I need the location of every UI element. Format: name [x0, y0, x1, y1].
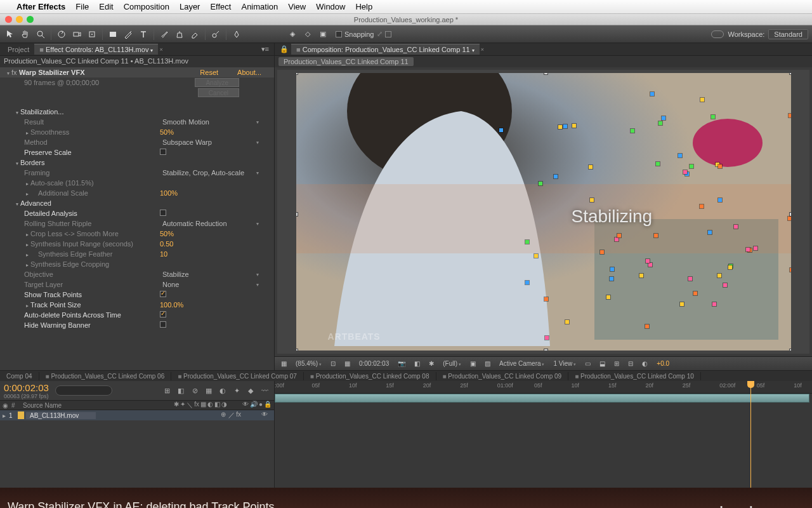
current-time-indicator[interactable] — [750, 381, 751, 488]
track-point[interactable] — [572, 124, 576, 128]
cancel-button[interactable]: Cancel — [198, 88, 239, 97]
track-point[interactable] — [563, 124, 567, 128]
timeline-layer-row[interactable]: ▸ 1 AB_CL113H.mov ⊕／fx 👁 — [0, 410, 274, 420]
puppet-pin-tool-icon[interactable] — [230, 28, 243, 41]
track-point[interactable] — [499, 128, 503, 132]
menu-edit[interactable]: Edit — [99, 2, 113, 11]
reset-exposure-icon[interactable]: ◐ — [639, 360, 650, 367]
transform-handle[interactable] — [296, 73, 298, 75]
selection-tool-icon[interactable] — [4, 28, 16, 41]
target-layer-dropdown[interactable]: None — [160, 281, 261, 288]
grid-icon[interactable]: ▨ — [482, 360, 493, 367]
channel-icon[interactable]: ◧ — [412, 360, 422, 367]
resolution-dropdown[interactable]: (Full) — [440, 360, 464, 367]
track-point[interactable] — [648, 263, 652, 267]
track-point[interactable] — [554, 175, 558, 178]
auto-delete-checkbox[interactable] — [160, 311, 166, 318]
track-point[interactable] — [708, 231, 712, 234]
frame-blend-icon[interactable]: ▦ — [203, 385, 214, 396]
pen-tool-icon[interactable] — [122, 28, 134, 41]
snapping-toggle[interactable]: Snapping ⤢ — [332, 30, 395, 38]
video-frame[interactable]: Stabilizing ARTBEATS — [296, 73, 791, 351]
track-point[interactable] — [565, 320, 569, 324]
track-point[interactable] — [610, 277, 613, 281]
track-point[interactable] — [645, 324, 649, 328]
local-axis-icon[interactable]: ◈ — [286, 28, 299, 41]
source-name-header[interactable]: Source Name — [20, 402, 157, 409]
timeline-tab[interactable]: ■ Production_Values_CC Linked Comp 09 — [436, 372, 569, 380]
layer-search-input[interactable] — [55, 385, 112, 396]
track-point[interactable] — [693, 291, 697, 295]
track-point[interactable] — [723, 283, 727, 287]
camera-tool-icon[interactable] — [70, 28, 83, 41]
track-point[interactable] — [525, 281, 529, 284]
comp-tab-close-icon[interactable]: × — [481, 46, 484, 53]
track-point[interactable] — [678, 154, 682, 157]
toggle-transparency-icon[interactable]: ▦ — [342, 360, 353, 367]
timeline-track-area[interactable]: :00f05f10f15f20f25f01:00f05f10f15f20f25f… — [275, 381, 812, 488]
additional-scale-value[interactable]: 100% — [160, 189, 274, 197]
effect-name[interactable]: Warp Stabilizer VFX — [19, 69, 85, 76]
timeline-tab[interactable]: ■ Production_Values_CC Linked Comp 06 — [39, 372, 172, 380]
track-point[interactable] — [718, 164, 722, 168]
resolution-icon[interactable]: ⊡ — [328, 360, 338, 367]
layer-color-swatch[interactable] — [18, 411, 24, 419]
reset-button[interactable]: Reset — [200, 69, 218, 76]
timeline-tab[interactable]: ■ Production_Values_CC Linked Comp 08 — [304, 372, 436, 380]
lock-icon[interactable]: 🔒 — [277, 45, 291, 53]
track-point[interactable] — [646, 259, 650, 263]
auto-keyframe-icon[interactable]: ◆ — [245, 385, 256, 396]
transform-handle[interactable] — [789, 73, 791, 75]
exposure-value[interactable]: +0.0 — [654, 360, 672, 367]
layer-name[interactable]: AB_CL113H.mov — [26, 412, 96, 419]
crop-smooth-value[interactable]: 50% — [160, 230, 274, 237]
analyze-button[interactable]: Analyze — [195, 78, 239, 87]
track-point[interactable] — [534, 254, 538, 258]
synth-feather-value[interactable]: 10 — [160, 250, 274, 258]
track-point[interactable] — [617, 234, 621, 237]
track-point[interactable] — [639, 274, 643, 277]
transform-handle[interactable] — [789, 349, 791, 351]
menu-view[interactable]: View — [288, 2, 306, 11]
track-point[interactable] — [789, 114, 791, 117]
comp-mini-flowchart-icon[interactable]: ⊞ — [161, 385, 173, 396]
search-help-icon[interactable] — [711, 30, 724, 38]
effect-controls-tab[interactable]: ■ Effect Controls: AB_CL113H.mov ▾ — [34, 44, 158, 55]
transform-handle[interactable] — [296, 349, 298, 351]
track-point[interactable] — [589, 165, 593, 169]
menu-animation[interactable]: Animation — [241, 2, 278, 11]
effect-header-row[interactable]: fx Warp Stabilizer VFX Reset About... — [0, 67, 274, 77]
composition-tab[interactable]: ■ Composition: Production_Values_CC Link… — [291, 44, 480, 55]
track-point[interactable] — [790, 268, 790, 272]
menu-effect[interactable]: Effect — [210, 2, 231, 11]
zoom-window-button[interactable] — [27, 16, 34, 23]
always-preview-icon[interactable]: ▦ — [278, 360, 289, 367]
method-dropdown[interactable]: Subspace Warp — [160, 138, 261, 146]
track-point[interactable] — [545, 336, 549, 340]
track-point[interactable] — [615, 237, 619, 241]
snapshot-icon[interactable]: 📷 — [395, 360, 408, 367]
views-dropdown[interactable]: 1 View — [551, 360, 579, 367]
track-point[interactable] — [680, 302, 684, 306]
color-mgmt-icon[interactable]: ✱ — [426, 360, 436, 367]
type-tool-icon[interactable] — [137, 28, 150, 41]
rolling-shutter-dropdown[interactable]: Automatic Reduction — [160, 220, 261, 227]
current-timecode[interactable]: 0:00:02:03 — [4, 382, 49, 393]
rectangle-tool-icon[interactable] — [107, 28, 119, 41]
track-size-value[interactable]: 100.0% — [160, 301, 274, 309]
track-point[interactable] — [690, 164, 693, 168]
motion-blur-icon[interactable]: ◐ — [217, 385, 228, 396]
track-point[interactable] — [558, 125, 562, 129]
pixel-aspect-icon[interactable]: ▭ — [582, 360, 593, 367]
track-point[interactable] — [700, 98, 704, 102]
track-point[interactable] — [525, 240, 529, 244]
show-track-checkbox[interactable] — [160, 291, 166, 297]
track-point[interactable] — [788, 217, 790, 220]
transform-handle[interactable] — [789, 212, 791, 217]
detailed-analysis-checkbox[interactable] — [160, 210, 166, 216]
brush-tool-icon[interactable] — [158, 28, 171, 41]
menu-help[interactable]: Help — [355, 2, 372, 11]
track-point[interactable] — [662, 116, 665, 120]
timeline-ruler[interactable]: :00f05f10f15f20f25f01:00f05f10f15f20f25f… — [275, 381, 812, 394]
timeline-tab[interactable]: ■ Production_Values_CC Linked Comp 07 — [171, 372, 304, 380]
